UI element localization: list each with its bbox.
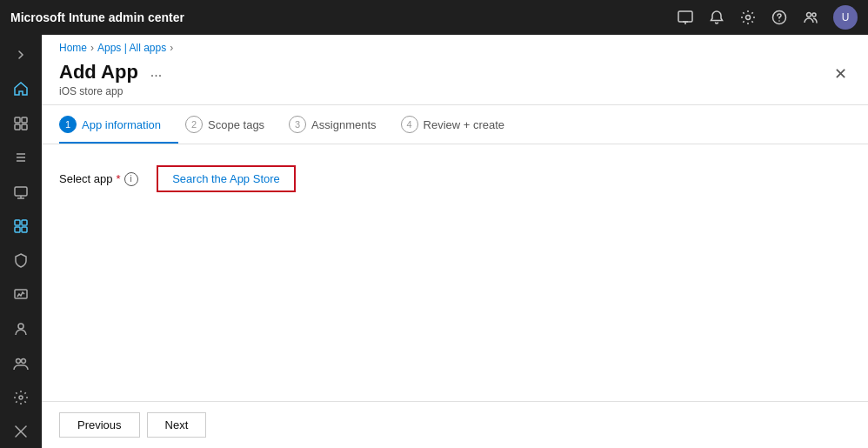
breadcrumb-apps[interactable]: Apps | All apps xyxy=(97,42,166,54)
sidebar-item-settings[interactable] xyxy=(2,381,40,413)
more-options-button[interactable]: ... xyxy=(145,63,167,82)
layout: Home › Apps | All apps › Add App ... iOS… xyxy=(0,35,868,448)
wizard-tabs: 1 App information 2 Scope tags 3 Assignm… xyxy=(42,105,868,144)
sidebar-item-monitor[interactable] xyxy=(2,278,40,311)
svg-rect-18 xyxy=(15,220,20,225)
svg-point-26 xyxy=(19,396,23,399)
svg-rect-20 xyxy=(15,227,20,232)
next-button[interactable]: Next xyxy=(147,412,207,438)
bell-icon[interactable] xyxy=(708,9,725,26)
tab-scope-tags-label: Scope tags xyxy=(208,118,264,131)
info-icon[interactable]: i xyxy=(124,172,138,186)
sidebar-item-endpoint[interactable] xyxy=(2,244,40,277)
gear-icon[interactable] xyxy=(739,9,757,26)
topbar-icons: U xyxy=(677,5,858,30)
select-app-label-text: Select app xyxy=(59,172,112,185)
svg-point-24 xyxy=(17,358,21,363)
sidebar-item-groups[interactable] xyxy=(2,347,40,379)
people-icon[interactable] xyxy=(802,9,819,26)
sidebar-item-dashboard[interactable] xyxy=(2,107,40,139)
form-area: Select app * i Search the App Store xyxy=(42,144,868,401)
svg-rect-10 xyxy=(15,124,20,130)
page-header: Add App ... iOS store app ✕ xyxy=(42,57,868,104)
close-button[interactable]: ✕ xyxy=(831,61,851,87)
select-app-row: Select app * i Search the App Store xyxy=(59,165,851,192)
search-app-store-button[interactable]: Search the App Store xyxy=(157,165,296,192)
avatar[interactable]: U xyxy=(833,5,858,30)
svg-point-7 xyxy=(812,13,816,17)
step-4-circle: 4 xyxy=(401,116,418,133)
tab-assignments-label: Assignments xyxy=(311,118,376,131)
page-title-area: Add App ... iOS store app xyxy=(59,61,167,97)
select-app-label: Select app * i xyxy=(59,172,146,186)
step-1-circle: 1 xyxy=(59,116,77,133)
svg-rect-11 xyxy=(22,124,27,130)
svg-point-5 xyxy=(778,20,780,22)
sidebar-item-list[interactable] xyxy=(2,141,40,173)
main-content: Home › Apps | All apps › Add App ... iOS… xyxy=(42,35,868,448)
svg-rect-19 xyxy=(22,220,27,225)
tab-review-create[interactable]: 4 Review + create xyxy=(401,105,523,144)
svg-point-3 xyxy=(746,16,751,20)
sidebar-expand[interactable] xyxy=(2,38,40,70)
sidebar xyxy=(0,35,42,448)
screen-icon[interactable] xyxy=(677,9,694,26)
svg-rect-22 xyxy=(15,290,27,298)
svg-rect-21 xyxy=(22,227,27,232)
svg-rect-9 xyxy=(22,117,27,123)
topbar: Microsoft Intune admin center U xyxy=(0,0,868,35)
step-3-circle: 3 xyxy=(289,116,306,133)
tab-review-create-label: Review + create xyxy=(424,118,505,131)
svg-rect-0 xyxy=(678,11,692,22)
sidebar-item-users[interactable] xyxy=(2,312,40,344)
sidebar-item-troubleshoot[interactable] xyxy=(2,416,40,448)
page-title: Add App ... xyxy=(59,61,167,84)
previous-button[interactable]: Previous xyxy=(59,412,140,438)
sidebar-item-home[interactable] xyxy=(2,72,40,104)
tab-app-information-label: App information xyxy=(82,118,161,131)
step-2-circle: 2 xyxy=(185,116,203,133)
tab-scope-tags[interactable]: 2 Scope tags xyxy=(185,105,282,144)
svg-rect-8 xyxy=(15,117,20,123)
svg-rect-15 xyxy=(15,187,27,196)
page-title-text: Add App xyxy=(59,61,138,84)
svg-point-23 xyxy=(18,324,23,329)
footer: Previous Next xyxy=(42,401,868,448)
breadcrumb-home[interactable]: Home xyxy=(59,42,87,54)
sidebar-item-apps[interactable] xyxy=(2,210,40,242)
help-icon[interactable] xyxy=(771,9,788,26)
page-subtitle: iOS store app xyxy=(59,85,167,97)
tab-assignments[interactable]: 3 Assignments xyxy=(289,105,393,144)
svg-point-6 xyxy=(807,13,811,17)
app-title: Microsoft Intune admin center xyxy=(10,10,677,24)
svg-point-25 xyxy=(22,358,26,363)
required-star: * xyxy=(116,172,120,185)
sidebar-item-devices[interactable] xyxy=(2,176,40,208)
tab-app-information[interactable]: 1 App information xyxy=(59,105,178,144)
breadcrumb: Home › Apps | All apps › xyxy=(42,35,868,57)
